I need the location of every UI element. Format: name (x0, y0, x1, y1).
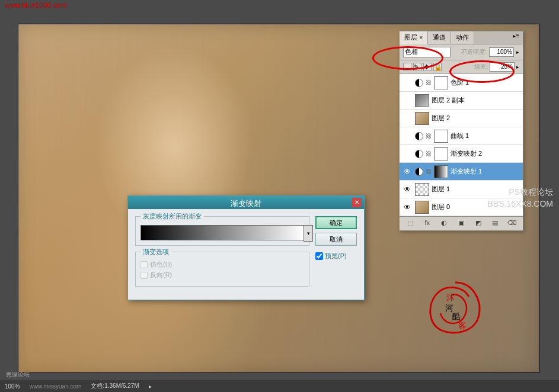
reverse-checkbox[interactable]: 反向(R) (140, 271, 304, 279)
panel-action-icon[interactable]: ▣ (456, 219, 467, 229)
layer-row[interactable]: ⛓渐变映射 2 (400, 145, 523, 163)
layer-name[interactable]: 图层 2 副本 (432, 96, 520, 105)
link-icon: ⛓ (426, 168, 432, 175)
opacity-input[interactable]: 100% (489, 47, 514, 57)
gradient-preview[interactable]: ▾ (140, 225, 304, 240)
lock-row: ✎ ✥ 🔒 填充: 25% ▸ (400, 60, 523, 74)
adjustment-icon (415, 79, 423, 87)
gradient-map-dialog: 渐变映射 ✕ 灰度映射所用的渐变 ▾ 渐变选项 仿色(D) 反向(R) (127, 195, 365, 300)
watermark-bottom: 思缘论坛 (6, 371, 30, 379)
link-icon: ⛓ (426, 150, 432, 157)
gradient-dropdown-icon[interactable]: ▾ (304, 225, 313, 242)
layer-name[interactable]: 渐变映射 2 (451, 149, 520, 158)
layer-row[interactable]: ⛓曲线 1 (400, 127, 523, 145)
visibility-eye-icon[interactable] (402, 78, 413, 88)
watermark-right: PS教程论坛 BBS.16XX8.COM (488, 187, 554, 210)
lock-position-icon[interactable]: ✥ (423, 63, 432, 71)
group-label: 灰度映射所用的渐变 (140, 212, 204, 221)
panel-action-icon[interactable]: ◐ (439, 219, 449, 229)
tab-actions[interactable]: 动作 (451, 31, 474, 44)
checkbox-label: 反向(R) (150, 271, 172, 279)
visibility-eye-icon[interactable]: 👁 (402, 166, 413, 177)
group-label: 渐变选项 (140, 248, 171, 256)
visibility-eye-icon[interactable]: 👁 (402, 202, 413, 213)
blend-mode-select[interactable]: 色相 (403, 47, 451, 57)
visibility-eye-icon[interactable] (402, 131, 413, 142)
preview-checkbox[interactable]: 预览(P) (315, 252, 357, 261)
adjustment-icon (415, 168, 423, 176)
svg-text:沐: 沐 (446, 293, 455, 302)
layer-row[interactable]: 图层 2 副本 (400, 92, 523, 110)
layer-thumbnail[interactable] (415, 94, 429, 107)
layer-name[interactable]: 色阶 1 (451, 78, 520, 87)
layer-name[interactable]: 曲线 1 (451, 131, 520, 140)
panel-menu-icon[interactable]: ▸≡ (509, 31, 523, 44)
lock-pixels-icon[interactable]: ✎ (413, 63, 421, 71)
watermark-url: www.missyuan.com (30, 383, 82, 390)
opacity-label: 不透明度: (461, 48, 487, 56)
visibility-eye-icon[interactable] (402, 149, 413, 159)
watermark-text: BBS.16XX8.COM (488, 198, 554, 210)
fill-label: 填充: (474, 63, 488, 71)
layer-row[interactable]: ⛓色阶 1 (400, 74, 523, 92)
tab-channels[interactable]: 通道 (428, 31, 451, 44)
layer-thumbnail[interactable] (434, 147, 448, 160)
fill-input[interactable]: 25% (490, 62, 515, 72)
visibility-eye-icon[interactable] (402, 95, 413, 106)
watermark-text: PS教程论坛 (488, 187, 554, 198)
options-group: 渐变选项 仿色(D) 反向(R) (135, 252, 309, 287)
visibility-eye-icon[interactable]: 👁 (402, 184, 413, 195)
layer-thumbnail[interactable] (434, 76, 448, 89)
close-icon[interactable]: ✕ (352, 198, 362, 207)
dither-checkbox[interactable]: 仿色(D) (140, 260, 304, 269)
checkbox-label: 仿色(D) (150, 260, 172, 269)
panel-tabs: 图层 × 通道 动作 ▸≡ (400, 31, 523, 44)
layer-thumbnail[interactable] (415, 112, 429, 125)
layer-thumbnail[interactable] (415, 183, 429, 196)
layer-thumbnail[interactable] (415, 201, 429, 214)
gradient-group: 灰度映射所用的渐变 ▾ (135, 216, 309, 246)
adjustment-icon (415, 150, 423, 158)
panel-action-icon[interactable]: ⌫ (507, 219, 518, 229)
panel-bottom-buttons: ⬚fx◐▣◩▤⌫ (400, 216, 523, 230)
lock-transparency-icon[interactable] (403, 63, 411, 71)
svg-text:酷: 酷 (452, 311, 461, 321)
panel-action-icon[interactable]: fx (422, 219, 433, 229)
tab-layers[interactable]: 图层 × (400, 31, 428, 44)
annotation-signature: 沐 河 酷 客 (423, 277, 488, 342)
watermark-top-url: www.blue1000.com (5, 1, 66, 9)
zoom-level[interactable]: 100% (5, 383, 20, 390)
layer-row[interactable]: 图层 2 (400, 110, 523, 127)
link-icon: ⛓ (426, 79, 432, 86)
document-size: 文档:1.36M/6.27M (91, 382, 139, 390)
checkbox-input[interactable] (140, 261, 148, 268)
adjustment-icon (415, 132, 423, 140)
layer-name[interactable]: 图层 2 (432, 114, 520, 123)
panel-action-icon[interactable]: ⬚ (405, 219, 416, 229)
dialog-title-text: 渐变映射 (231, 199, 261, 208)
checkbox-input[interactable] (140, 272, 148, 279)
ok-button[interactable]: 确定 (315, 216, 357, 229)
visibility-eye-icon[interactable] (402, 113, 413, 124)
panel-action-icon[interactable]: ◩ (473, 219, 484, 229)
panel-action-icon[interactable]: ▤ (490, 219, 500, 229)
checkbox-input[interactable] (315, 252, 323, 260)
cancel-button[interactable]: 取消 (315, 233, 357, 246)
opacity-flyout-icon[interactable]: ▸ (516, 49, 519, 55)
layer-thumbnail[interactable] (434, 130, 448, 143)
layer-name[interactable]: 渐变映射 1 (451, 167, 520, 176)
fill-flyout-icon[interactable]: ▸ (516, 64, 519, 70)
layer-row[interactable]: 👁⛓渐变映射 1 (400, 163, 523, 181)
status-flyout-icon[interactable]: ▸ (149, 383, 152, 390)
lock-all-icon[interactable]: 🔒 (433, 63, 442, 71)
blend-mode-row: 色相 不透明度: 100% ▸ (400, 44, 523, 60)
dialog-titlebar[interactable]: 渐变映射 ✕ (128, 196, 364, 209)
status-bar: 100% www.missyuan.com 文档:1.36M/6.27M ▸ (0, 380, 559, 392)
layer-thumbnail[interactable] (434, 165, 448, 178)
svg-text:客: 客 (458, 321, 467, 330)
checkbox-label: 预览(P) (325, 252, 347, 261)
link-icon: ⛓ (426, 133, 432, 139)
